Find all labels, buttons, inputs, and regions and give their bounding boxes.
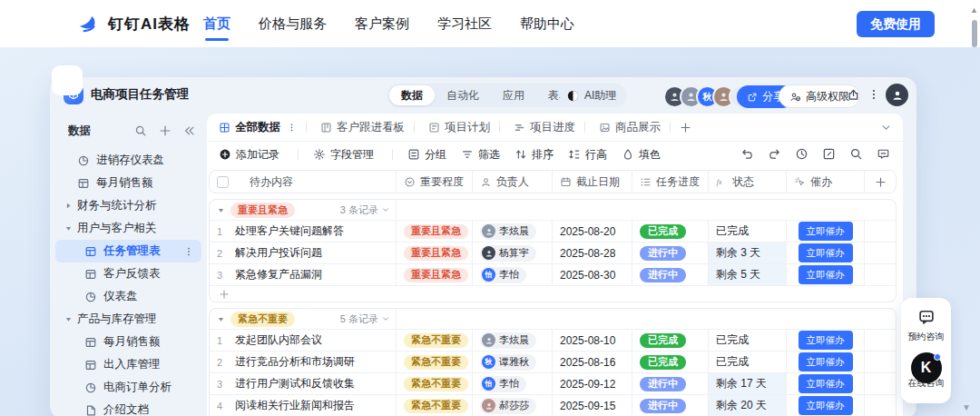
cell-task[interactable]: 3 紧急修复产品漏洞 bbox=[210, 264, 397, 285]
cell-owner[interactable]: 李炫晨 bbox=[473, 330, 553, 351]
cell-due-date[interactable]: 2025-08-16 bbox=[553, 352, 632, 372]
sidebar-item[interactable]: 每月销售额 bbox=[55, 172, 201, 194]
cell-progress[interactable]: 已完成 bbox=[632, 352, 709, 372]
column-header[interactable]: 负责人 bbox=[473, 171, 553, 193]
cell-extra[interactable] bbox=[865, 395, 896, 416]
cell-due-date[interactable]: 2025-08-28 bbox=[553, 243, 632, 263]
sidebar-item[interactable]: 电商订单分析 bbox=[55, 376, 201, 399]
view-more-icon[interactable] bbox=[287, 123, 297, 133]
column-header[interactable]: 状态 bbox=[709, 171, 787, 193]
cell-priority[interactable]: 重要且紧急 bbox=[397, 264, 473, 285]
cell-urge[interactable]: 立即催办 bbox=[787, 221, 865, 242]
nav-link[interactable]: 价格与服务 bbox=[259, 2, 327, 46]
cell-owner[interactable]: 怡 李怡 bbox=[473, 373, 553, 394]
table-row[interactable]: 2 解决用户投诉问题 重要且紧急 bbox=[210, 242, 896, 263]
cell-priority[interactable]: 重要且紧急 bbox=[397, 243, 473, 263]
view-tab[interactable]: 项目进度 bbox=[499, 120, 575, 135]
cell-extra[interactable] bbox=[865, 243, 896, 263]
mode-tab[interactable]: 自动化 bbox=[435, 85, 491, 105]
group-record-count[interactable]: 5 条记录 bbox=[340, 312, 390, 326]
cell-progress[interactable]: 进行中 bbox=[632, 243, 709, 263]
table-row[interactable]: 4 阅读相关行业新闻和报告 紧急不重要 bbox=[210, 394, 896, 416]
cell-progress[interactable]: 进行中 bbox=[632, 395, 709, 416]
nav-link[interactable]: 客户案例 bbox=[355, 2, 409, 46]
cell-urge[interactable]: 立即催办 bbox=[787, 395, 865, 416]
sidebar-item[interactable]: 仪表盘 bbox=[55, 285, 201, 308]
sidebar-item[interactable]: 用户与客户相关 bbox=[55, 217, 201, 240]
undo-icon[interactable] bbox=[740, 147, 754, 161]
group-caret-icon[interactable] bbox=[217, 315, 225, 323]
cell-urge[interactable]: 立即催办 bbox=[787, 330, 865, 351]
cell-urge[interactable]: 立即催办 bbox=[787, 352, 865, 372]
toolbar-button[interactable]: 添加记录 bbox=[219, 147, 299, 163]
cell-task[interactable]: 1 发起团队内部会议 bbox=[210, 330, 397, 351]
cell-status[interactable]: 已完成 bbox=[709, 221, 787, 242]
column-header[interactable]: 催办 bbox=[787, 171, 865, 193]
column-header[interactable]: 截止日期 bbox=[553, 171, 632, 193]
cell-progress[interactable]: 进行中 bbox=[632, 264, 709, 285]
sidebar-item[interactable]: 客户反馈表 bbox=[55, 262, 201, 285]
cell-owner[interactable]: 郝莎莎 bbox=[473, 395, 553, 416]
cell-priority[interactable]: 紧急不重要 bbox=[397, 395, 473, 416]
history-icon[interactable] bbox=[795, 147, 808, 161]
mode-tab[interactable]: 应用 bbox=[491, 85, 536, 105]
search-icon[interactable] bbox=[849, 147, 863, 161]
cell-task[interactable]: 1 处理客户关键问题解答 bbox=[210, 221, 397, 242]
cell-owner[interactable]: 李炫晨 bbox=[473, 221, 553, 242]
cell-priority[interactable]: 紧急不重要 bbox=[397, 352, 473, 372]
cell-extra[interactable] bbox=[865, 221, 896, 242]
select-all-checkbox[interactable] bbox=[217, 176, 229, 188]
cell-status[interactable]: 剩余 17 天 bbox=[709, 373, 787, 394]
toolbar-button[interactable]: 筛选 bbox=[461, 147, 500, 163]
cell-priority[interactable]: 紧急不重要 bbox=[397, 330, 473, 351]
item-more-icon[interactable] bbox=[183, 246, 194, 257]
urge-now-button[interactable]: 立即催办 bbox=[799, 374, 853, 393]
toolbar-button[interactable]: 行高 bbox=[568, 147, 607, 163]
sidebar-item[interactable]: 出入库管理 bbox=[55, 353, 201, 376]
urge-now-button[interactable]: 立即催办 bbox=[799, 243, 853, 262]
scrollbar-up-arrow[interactable]: ▲ bbox=[970, 5, 978, 15]
add-column-button[interactable] bbox=[865, 171, 896, 193]
add-view-button[interactable] bbox=[670, 122, 691, 134]
cell-due-date[interactable]: 2025-08-20 bbox=[553, 221, 632, 242]
more-options-icon[interactable] bbox=[867, 88, 880, 101]
urge-now-button[interactable]: 立即催办 bbox=[799, 331, 853, 350]
cell-task[interactable]: 2 进行竞品分析和市场调研 bbox=[210, 352, 397, 372]
ai-assistant-button[interactable]: AI助理 bbox=[560, 84, 627, 107]
view-tab[interactable]: 商品展示 bbox=[584, 120, 661, 135]
cell-owner[interactable]: 秋 谭雅秋 bbox=[473, 352, 553, 372]
cell-task[interactable]: 2 解决用户投诉问题 bbox=[210, 243, 397, 263]
sidebar-item[interactable]: 财务与统计分析 bbox=[55, 194, 201, 217]
cell-progress[interactable]: 已完成 bbox=[632, 330, 709, 351]
nav-link[interactable]: 帮助中心 bbox=[520, 2, 574, 46]
urge-now-button[interactable]: 立即催办 bbox=[799, 222, 853, 241]
cell-status[interactable]: 剩余 20 天 bbox=[709, 395, 787, 416]
sidebar-item[interactable]: 产品与库存管理 bbox=[55, 308, 201, 331]
cell-urge[interactable]: 立即催办 bbox=[787, 373, 865, 394]
cell-status[interactable]: 已完成 bbox=[709, 330, 787, 351]
cell-extra[interactable] bbox=[865, 373, 896, 394]
table-row[interactable]: 3 进行用户测试和反馈收集 紧急不重要 bbox=[210, 372, 896, 394]
nav-link[interactable]: 首页 bbox=[203, 2, 230, 46]
cell-extra[interactable] bbox=[865, 330, 896, 351]
export-icon[interactable] bbox=[847, 88, 860, 102]
redo-icon[interactable] bbox=[768, 147, 781, 161]
chat-bubble-icon[interactable] bbox=[917, 308, 936, 326]
caretd-icon[interactable] bbox=[64, 315, 73, 323]
cell-urge[interactable]: 立即催办 bbox=[787, 264, 865, 285]
cell-urge[interactable]: 立即催办 bbox=[787, 243, 865, 263]
scrollbar-thumb[interactable] bbox=[972, 20, 977, 47]
table-row[interactable]: 3 紧急修复产品漏洞 重要且紧急 bbox=[210, 263, 896, 285]
book-consult-label[interactable]: 预约咨询 bbox=[908, 331, 945, 343]
group-record-count[interactable]: 3 条记录 bbox=[340, 203, 390, 217]
sidebar-item[interactable]: 介绍文档 bbox=[55, 399, 201, 416]
cell-progress[interactable]: 已完成 bbox=[632, 221, 709, 242]
add-record-row[interactable] bbox=[210, 285, 896, 302]
cell-owner[interactable]: 杨算宇 bbox=[473, 243, 553, 263]
toolbar-button[interactable]: 字段管理 bbox=[313, 147, 393, 163]
online-service-avatar[interactable]: K bbox=[911, 352, 942, 383]
column-header[interactable]: 待办内容 bbox=[210, 171, 397, 193]
profile-avatar[interactable] bbox=[886, 84, 908, 106]
column-header[interactable]: 任务进度 bbox=[632, 171, 709, 193]
collapse-sidebar-icon[interactable] bbox=[183, 124, 196, 137]
